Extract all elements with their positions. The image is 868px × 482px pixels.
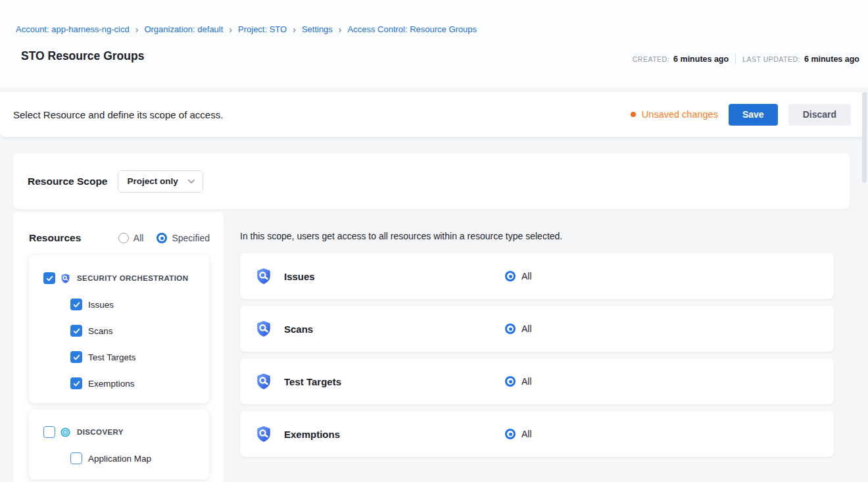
checkbox-discovery[interactable] [43, 426, 55, 438]
radio-specified-label: Specified [172, 233, 210, 243]
breadcrumb: Account: app-harness-ng-cicd › Organizat… [16, 24, 477, 34]
radio-exemptions-all-label: All [521, 429, 532, 439]
radio-exemptions-all[interactable] [505, 429, 516, 439]
resource-scope-label: Resource Scope [28, 176, 107, 187]
sto-shield-icon [254, 267, 273, 285]
chevron-down-icon [187, 179, 195, 184]
chevron-right-icon: › [229, 24, 232, 34]
breadcrumb-link-organization[interactable]: Organization: default [144, 24, 223, 34]
group-label-security-orchestration: SECURITY ORCHESTRATION [77, 274, 188, 282]
card-title-issues: Issues [284, 271, 315, 282]
label-issues[interactable]: Issues [88, 300, 114, 310]
group-label-discovery: DISCOVERY [77, 428, 124, 436]
resources-title: Resources [29, 232, 81, 244]
resource-card-scans: Scans All [240, 306, 834, 352]
label-exemptions[interactable]: Exemptions [88, 379, 135, 389]
label-test-targets[interactable]: Test Targets [88, 352, 136, 362]
page-title: STO Resource Groups [21, 49, 144, 63]
action-toolbar: Select Resource and define its scope of … [0, 92, 865, 137]
page-header: Account: app-harness-ng-cicd › Organizat… [0, 0, 868, 87]
radio-all-label: All [133, 233, 144, 243]
tree-row-test-targets: Test Targets [70, 351, 136, 363]
resource-scope-select[interactable]: Project only [118, 170, 203, 193]
radio-all-control[interactable] [118, 233, 129, 243]
group-row-security-orchestration: SECURITY ORCHESTRATION [43, 272, 188, 284]
tree-row-scans: Scans [70, 325, 113, 337]
access-radio-test-targets[interactable]: All [505, 376, 532, 387]
page-scrollbar-thumb[interactable] [862, 92, 867, 183]
radio-issues-all[interactable] [505, 271, 516, 281]
radio-all[interactable]: All [118, 233, 144, 243]
save-button[interactable]: Save [729, 104, 778, 126]
breadcrumb-link-account[interactable]: Account: app-harness-ng-cicd [16, 24, 130, 34]
resource-card-issues: Issues All [240, 253, 834, 299]
checkbox-exemptions[interactable] [70, 377, 82, 389]
sto-shield-icon [254, 372, 273, 391]
chevron-right-icon: › [135, 24, 139, 34]
tree-row-issues: Issues [70, 299, 114, 310]
resource-scope-card: Resource Scope Project only [13, 153, 850, 209]
meta-divider [735, 54, 736, 64]
radio-specified[interactable]: Specified [157, 233, 210, 243]
resource-card-exemptions: Exemptions All [240, 411, 834, 457]
checkbox-security-orchestration[interactable] [43, 272, 55, 284]
breadcrumb-link-resource-groups[interactable]: Access Control: Resource Groups [348, 24, 477, 34]
checkbox-application-map[interactable] [70, 452, 82, 464]
discard-button[interactable]: Discard [788, 104, 851, 126]
card-title-scans: Scans [284, 324, 313, 335]
label-scans[interactable]: Scans [88, 326, 113, 336]
checkbox-test-targets[interactable] [70, 351, 82, 363]
unsaved-indicator-dot [631, 112, 636, 117]
sto-shield-icon [60, 273, 71, 284]
resources-panel: Resources All Specified SECURITY ORCHEST… [13, 212, 224, 482]
breadcrumb-link-settings[interactable]: Settings [302, 24, 333, 34]
chevron-right-icon: › [339, 24, 342, 34]
timestamps: CREATED: 6 minutes ago LAST UPDATED: 6 m… [633, 54, 859, 64]
tree-row-application-map: Application Map [70, 452, 151, 464]
created-value: 6 minutes ago [673, 55, 729, 64]
last-updated-value: 6 minutes ago [804, 55, 859, 64]
group-card-discovery: DISCOVERY Application Map [29, 410, 209, 479]
tree-row-exemptions: Exemptions [70, 377, 135, 389]
chevron-right-icon: › [293, 24, 296, 34]
checkbox-scans[interactable] [70, 325, 82, 337]
discovery-icon [60, 427, 71, 438]
group-row-discovery: DISCOVERY [43, 426, 124, 438]
resources-mode-radio-group: All Specified [118, 233, 210, 243]
radio-specified-control[interactable] [157, 233, 167, 243]
last-updated-label: LAST UPDATED: [742, 55, 800, 63]
unsaved-changes-status: Unsaved changes [631, 109, 718, 120]
sto-shield-icon [254, 320, 273, 338]
radio-scans-all-label: All [521, 324, 532, 334]
access-radio-scans[interactable]: All [505, 324, 532, 334]
card-title-test-targets: Test Targets [284, 376, 341, 387]
checkbox-issues[interactable] [70, 299, 82, 310]
radio-issues-all-label: All [521, 271, 532, 281]
scope-description: In this scope, users get access to all r… [240, 231, 562, 241]
breadcrumb-link-project[interactable]: Project: STO [238, 24, 287, 34]
unsaved-changes-label: Unsaved changes [642, 109, 718, 120]
group-card-security-orchestration: SECURITY ORCHESTRATION Issues Scans Test… [29, 255, 209, 403]
radio-test-targets-all[interactable] [505, 376, 516, 387]
label-application-map[interactable]: Application Map [88, 454, 151, 464]
created-label: CREATED: [633, 55, 669, 63]
radio-test-targets-all-label: All [521, 376, 532, 387]
radio-scans-all[interactable] [505, 324, 516, 334]
toolbar-description: Select Resource and define its scope of … [13, 109, 223, 120]
access-radio-exemptions[interactable]: All [505, 429, 532, 439]
resource-card-test-targets: Test Targets All [240, 358, 834, 404]
card-title-exemptions: Exemptions [284, 429, 340, 440]
sto-shield-icon [254, 425, 273, 443]
resource-scope-selected-value: Project only [127, 176, 178, 186]
access-radio-issues[interactable]: All [505, 271, 532, 281]
